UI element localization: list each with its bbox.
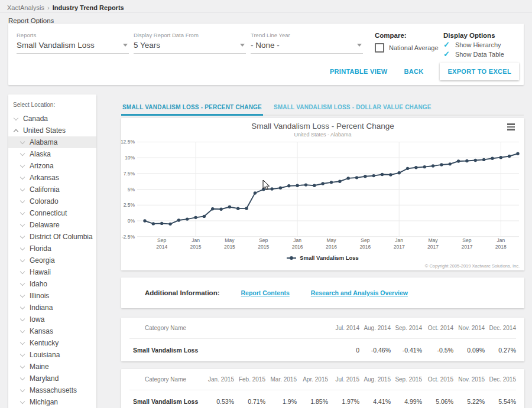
- chevron-down-icon[interactable]: [20, 399, 25, 403]
- sidebar-item-united-states[interactable]: United States: [8, 125, 96, 136]
- cell-value: 5.22%: [453, 398, 485, 405]
- tab-small-vandalism-loss-dollar-value-change[interactable]: SMALL VANDALISM LOSS - DOLLAR VALUE CHAN…: [273, 99, 433, 116]
- sidebar-item-indiana[interactable]: Indiana: [8, 302, 96, 314]
- chevron-down-icon[interactable]: [20, 221, 25, 226]
- dropdown-arrow-icon[interactable]: [357, 44, 362, 47]
- table-row: Small Vandalism Loss0.53%0.71%1.9%1.85%1…: [129, 390, 516, 408]
- chevron-down-icon[interactable]: [20, 387, 25, 391]
- svg-text:10%: 10%: [125, 155, 135, 161]
- sidebar-item-florida[interactable]: Florida: [8, 243, 96, 254]
- column-header: Dec. 2014: [485, 325, 516, 331]
- column-header: Dec. 2015: [485, 376, 516, 383]
- chevron-down-icon[interactable]: [20, 174, 25, 179]
- research-analysis-link[interactable]: Research and Analysis Overview: [311, 289, 408, 296]
- cell-value: 0.71%: [234, 398, 265, 405]
- display-options-block: Display Options ✓Show Hierarchy✓Show Dat…: [443, 32, 504, 58]
- sidebar-item-georgia[interactable]: Georgia: [8, 254, 96, 266]
- sidebar-item-illinois[interactable]: Illinois: [8, 290, 96, 302]
- tree-item-label: Colorado: [30, 197, 59, 205]
- back-button[interactable]: BACK: [404, 68, 423, 75]
- sidebar-item-delaware[interactable]: Delaware: [8, 219, 96, 231]
- chevron-down-icon[interactable]: [20, 186, 25, 191]
- svg-text:2018: 2018: [495, 244, 507, 250]
- legend-marker-icon: [287, 257, 296, 259]
- chevron-down-icon[interactable]: [20, 139, 25, 143]
- svg-text:May: May: [225, 237, 235, 243]
- checkbox-icon[interactable]: [375, 43, 384, 53]
- tree-item-label: Hawaii: [30, 268, 51, 276]
- svg-text:2015: 2015: [224, 244, 235, 250]
- cell-value: 5.54%: [485, 398, 516, 405]
- toggle-show-hierarchy[interactable]: ✓Show Hierarchy: [443, 41, 504, 48]
- chevron-down-icon[interactable]: [20, 340, 25, 344]
- svg-text:Jan: Jan: [395, 237, 403, 243]
- chart-legend[interactable]: Small Vandalism Loss: [121, 254, 524, 261]
- report-contents-link[interactable]: Report Contents: [241, 289, 289, 296]
- copyright-notice: © Copyright 2005-2019 Xactware Solutions…: [425, 263, 520, 269]
- chevron-down-icon[interactable]: [14, 115, 18, 120]
- chevron-down-icon[interactable]: [20, 257, 25, 262]
- tree-item-label: Alaska: [30, 150, 51, 158]
- tab-small-vandalism-loss-percent-change[interactable]: SMALL VANDALISM LOSS - PERCENT CHANGE: [121, 99, 263, 116]
- sidebar-item-arizona[interactable]: Arizona: [8, 160, 96, 172]
- svg-text:2016: 2016: [292, 244, 303, 250]
- field-value-text: 5 Years: [134, 41, 160, 50]
- chevron-down-icon[interactable]: [20, 162, 25, 167]
- dropdown-arrow-icon[interactable]: [123, 44, 128, 47]
- chevron-down-icon[interactable]: [20, 198, 25, 203]
- chart-menu-icon[interactable]: [507, 123, 515, 132]
- breadcrumb-root[interactable]: XactAnalysis: [7, 4, 44, 11]
- svg-text:Sep: Sep: [462, 237, 471, 243]
- sidebar-item-massachusetts[interactable]: Massachusetts: [8, 384, 96, 396]
- chevron-down-icon[interactable]: [20, 316, 25, 321]
- sidebar-item-alaska[interactable]: Alaska: [8, 148, 96, 160]
- chevron-down-icon[interactable]: [20, 233, 25, 238]
- svg-text:2017: 2017: [394, 244, 405, 250]
- field-value-text: - None -: [251, 41, 280, 50]
- sidebar-item-maine[interactable]: Maine: [8, 361, 96, 373]
- column-header: Jan. 2015: [203, 376, 234, 383]
- chevron-down-icon[interactable]: [20, 292, 25, 297]
- chevron-down-icon[interactable]: [20, 304, 25, 309]
- tree-item-label: Arkansas: [30, 174, 59, 182]
- chevron-down-icon[interactable]: [20, 375, 25, 380]
- chevron-down-icon[interactable]: [20, 210, 25, 214]
- field-label: Display Report Data From: [134, 32, 246, 38]
- chevron-down-icon[interactable]: [20, 245, 25, 250]
- sidebar-item-louisiana[interactable]: Louisiana: [8, 349, 96, 361]
- sidebar-item-idaho[interactable]: Idaho: [8, 278, 96, 290]
- field-label: Reports: [17, 32, 129, 38]
- sidebar-item-arkansas[interactable]: Arkansas: [8, 172, 96, 184]
- sidebar-item-california[interactable]: California: [8, 184, 96, 195]
- chevron-down-icon[interactable]: [20, 151, 25, 155]
- chevron-up-icon[interactable]: [14, 129, 18, 133]
- chevron-down-icon[interactable]: [20, 328, 25, 332]
- printable-view-button[interactable]: PRINTABLE VIEW: [330, 68, 388, 75]
- cell-value: 0.09%: [453, 347, 485, 354]
- field-display-report-data-from[interactable]: Display Report Data From5 Years: [134, 32, 246, 58]
- breadcrumb-current: Industry Trend Reports: [53, 4, 124, 11]
- chevron-down-icon[interactable]: [20, 363, 25, 368]
- sidebar-item-kentucky[interactable]: Kentucky: [8, 337, 96, 349]
- sidebar-item-canada[interactable]: Canada: [8, 113, 96, 125]
- dropdown-arrow-icon[interactable]: [240, 44, 245, 47]
- sidebar-item-district-of-columbia[interactable]: District Of Columbia: [8, 231, 96, 243]
- tree-item-label: California: [30, 185, 60, 194]
- column-header: Jul. 2014: [328, 325, 359, 331]
- sidebar-item-alabama[interactable]: Alabama: [8, 136, 96, 148]
- field-trend-line-year[interactable]: Trend Line Year- None -: [251, 32, 363, 58]
- sidebar-item-maryland[interactable]: Maryland: [8, 373, 96, 384]
- sidebar-item-kansas[interactable]: Kansas: [8, 325, 96, 337]
- sidebar-item-iowa[interactable]: Iowa: [8, 314, 96, 325]
- sidebar-item-michigan[interactable]: Michigan: [8, 396, 96, 408]
- chevron-down-icon[interactable]: [20, 269, 25, 273]
- field-reports[interactable]: ReportsSmall Vandalism Loss: [17, 32, 129, 58]
- export-to-excel-button[interactable]: EXPORT TO EXCEL: [440, 63, 519, 80]
- chevron-down-icon[interactable]: [20, 280, 25, 285]
- sidebar-item-hawaii[interactable]: Hawaii: [8, 266, 96, 278]
- toggle-show-data-table[interactable]: ✓Show Data Table: [443, 51, 504, 58]
- chevron-down-icon[interactable]: [20, 351, 25, 356]
- sidebar-item-colorado[interactable]: Colorado: [8, 195, 96, 207]
- national-average-option[interactable]: National Average: [375, 43, 435, 53]
- sidebar-item-connecticut[interactable]: Connecticut: [8, 207, 96, 219]
